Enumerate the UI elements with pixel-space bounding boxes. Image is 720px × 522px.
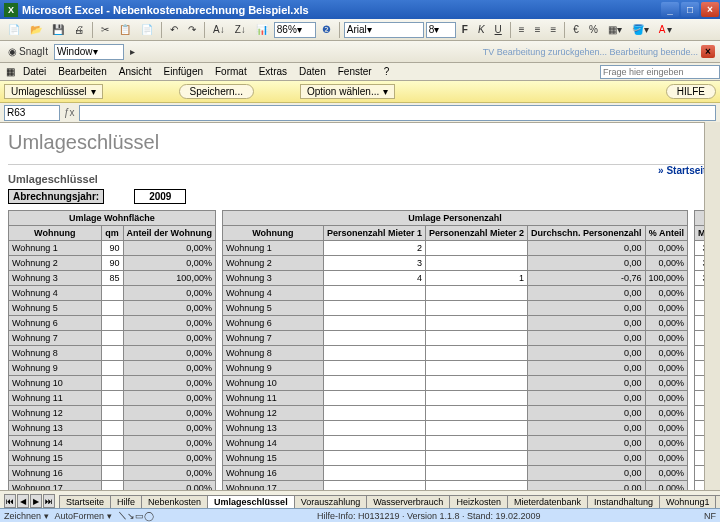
draw-menu[interactable]: Zeichnen ▾ — [4, 511, 49, 521]
table-row[interactable]: Wohnung 60,00%Wohnung 60,000,00%00,00% — [9, 316, 721, 331]
cut-icon[interactable]: ✂ — [97, 22, 113, 37]
table-row[interactable]: Wohnung 150,00%Wohnung 150,000,00%00,00% — [9, 451, 721, 466]
borders-icon[interactable]: ▦▾ — [604, 22, 626, 37]
table-row[interactable]: Wohnung 70,00%Wohnung 70,000,00%00,00% — [9, 331, 721, 346]
tab-last-icon[interactable]: ⏭ — [43, 494, 55, 508]
year-label: Abrechnungsjahr: — [8, 189, 104, 204]
menu-ansicht[interactable]: Ansicht — [113, 64, 158, 79]
tab-next-icon[interactable]: ▶ — [30, 494, 42, 508]
menu-datei[interactable]: Datei — [17, 64, 52, 79]
autoform-menu[interactable]: AutoFormen ▾ — [55, 511, 112, 521]
excel-doc-icon[interactable]: ▦ — [4, 66, 17, 77]
table-row[interactable]: Wohnung 140,00%Wohnung 140,000,00%00,00% — [9, 436, 721, 451]
formula-input[interactable] — [79, 105, 716, 121]
table-row[interactable]: Wohnung 130,00%Wohnung 130,000,00%00,00% — [9, 421, 721, 436]
standard-toolbar: 📄 📂 💾 🖨 ✂ 📋 📄 ↶ ↷ A↓ Z↓ 📊 86% ▾ ❷ Arial … — [0, 19, 720, 41]
sheet-tab[interactable]: Hilfe — [110, 495, 142, 508]
underline-icon[interactable]: U — [491, 22, 506, 37]
doc-close-button[interactable]: × — [701, 45, 715, 58]
sheet-tab[interactable]: Vorauszahlung — [294, 495, 368, 508]
sheet-tab[interactable]: Nebenkosten — [141, 495, 208, 508]
align-left-icon[interactable]: ≡ — [515, 22, 529, 37]
table-row[interactable]: Wohnung 110,00%Wohnung 110,000,00%00,00% — [9, 391, 721, 406]
save-icon[interactable]: 💾 — [48, 22, 68, 37]
open-icon[interactable]: 📂 — [26, 22, 46, 37]
oval-icon[interactable]: ◯ — [144, 511, 154, 521]
tab-first-icon[interactable]: ⏮ — [4, 494, 16, 508]
table-row[interactable]: Wohnung 385100,00%Wohnung 341-0,76100,00… — [9, 271, 721, 286]
arrow-icon[interactable]: ↘ — [127, 511, 135, 521]
close-button[interactable]: × — [701, 2, 719, 17]
new-icon[interactable]: 📄 — [4, 22, 24, 37]
name-box[interactable] — [4, 105, 60, 121]
menu-extras[interactable]: Extras — [253, 64, 293, 79]
line-icon[interactable]: ＼ — [118, 509, 127, 522]
fontsize-combo[interactable]: 8 ▾ — [426, 22, 456, 38]
data-grid: Umlage Wohnfläche Umlage Personenzahl Mi… — [8, 210, 720, 513]
menu-help[interactable]: ? — [378, 64, 396, 79]
fill-color-icon[interactable]: 🪣▾ — [628, 22, 653, 37]
table-row[interactable]: Wohnung 50,00%Wohnung 50,000,00%00,00% — [9, 301, 721, 316]
menu-daten[interactable]: Daten — [293, 64, 332, 79]
italic-icon[interactable]: K — [474, 22, 489, 37]
sheet-tab[interactable]: Wohnung1 — [659, 495, 716, 508]
paste-icon[interactable]: 📄 — [137, 22, 157, 37]
redo-icon[interactable]: ↷ — [184, 22, 200, 37]
maximize-button[interactable]: □ — [681, 2, 699, 17]
sheet-tab[interactable]: Wohn... — [715, 495, 720, 508]
snagit-go-icon[interactable]: ▸ — [126, 44, 139, 59]
grp-wohnflaeche: Umlage Wohnfläche — [9, 211, 216, 226]
minimize-button[interactable]: _ — [661, 2, 679, 17]
menubar: ▦ Datei Bearbeiten Ansicht Einfügen Form… — [0, 63, 720, 81]
sort-asc-icon[interactable]: A↓ — [209, 22, 229, 37]
sheet-tab[interactable]: Mieterdatenbank — [507, 495, 588, 508]
help-button[interactable]: HILFE — [666, 84, 716, 99]
rect-icon[interactable]: ▭ — [135, 511, 144, 521]
worksheet[interactable]: Umlageschlüssel » Startseite Umlageschlü… — [0, 123, 720, 513]
align-right-icon[interactable]: ≡ — [546, 22, 560, 37]
table-row[interactable]: Wohnung 100,00%Wohnung 100,000,00%00,00% — [9, 376, 721, 391]
sheet-tab[interactable]: Wasserverbrauch — [366, 495, 450, 508]
copy-icon[interactable]: 📋 — [115, 22, 135, 37]
table-row[interactable]: Wohnung 90,00%Wohnung 90,000,00%00,00% — [9, 361, 721, 376]
col-dpz: Durchschn. Personenzahl — [528, 226, 646, 241]
font-combo[interactable]: Arial ▾ — [344, 22, 424, 38]
snagit-button[interactable]: ◉ SnagIt — [4, 44, 52, 59]
currency-icon[interactable]: € — [569, 22, 583, 37]
sheet-tab[interactable]: Instandhaltung — [587, 495, 660, 508]
snagit-combo[interactable]: Window ▾ — [54, 44, 124, 60]
option-combo[interactable]: Option wählen... ▾ — [300, 84, 395, 99]
sort-desc-icon[interactable]: Z↓ — [231, 22, 250, 37]
sheet-tab[interactable]: Umlageschlüssel — [207, 495, 295, 508]
fx-icon[interactable]: ƒx — [64, 107, 75, 118]
table-row[interactable]: Wohnung 160,00%Wohnung 160,000,00%00,00% — [9, 466, 721, 481]
table-row[interactable]: Wohnung 120,00%Wohnung 120,000,00%00,00% — [9, 406, 721, 421]
bold-icon[interactable]: F — [458, 22, 472, 37]
align-center-icon[interactable]: ≡ — [531, 22, 545, 37]
menu-format[interactable]: Format — [209, 64, 253, 79]
table-row[interactable]: Wohnung 40,00%Wohnung 40,000,00%00,00% — [9, 286, 721, 301]
zoom-combo[interactable]: 86% ▾ — [274, 22, 316, 38]
table-row[interactable]: Wohnung 80,00%Wohnung 80,000,00%00,00% — [9, 346, 721, 361]
help-icon[interactable]: ❷ — [318, 22, 335, 37]
vertical-scrollbar[interactable] — [704, 122, 720, 490]
print-icon[interactable]: 🖨 — [70, 22, 88, 37]
sheet-combo[interactable]: Umlageschlüssel ▾ — [4, 84, 103, 99]
font-color-icon[interactable]: A▾ — [655, 22, 677, 37]
tab-prev-icon[interactable]: ◀ — [17, 494, 29, 508]
undo-icon[interactable]: ↶ — [166, 22, 182, 37]
chart-icon[interactable]: 📊 — [252, 22, 272, 37]
menu-bearbeiten[interactable]: Bearbeiten — [52, 64, 112, 79]
table-row[interactable]: Wohnung 2900,00%Wohnung 230,000,00%31.12… — [9, 256, 721, 271]
table-row[interactable]: Wohnung 1900,00%Wohnung 120,000,00%31.12… — [9, 241, 721, 256]
menu-fenster[interactable]: Fenster — [332, 64, 378, 79]
sheet-tab[interactable]: Startseite — [59, 495, 111, 508]
status-text: Hilfe-Info: H0131219 · Version 1.1.8 · S… — [317, 511, 541, 521]
sheet-tab[interactable]: Heizkosten — [449, 495, 508, 508]
col-wohnung: Wohnung — [9, 226, 102, 241]
ask-question-input[interactable] — [600, 65, 720, 79]
save-button[interactable]: Speichern... — [179, 84, 254, 99]
percent-icon[interactable]: % — [585, 22, 602, 37]
menu-einfuegen[interactable]: Einfügen — [158, 64, 209, 79]
status-right: NF — [704, 511, 716, 521]
